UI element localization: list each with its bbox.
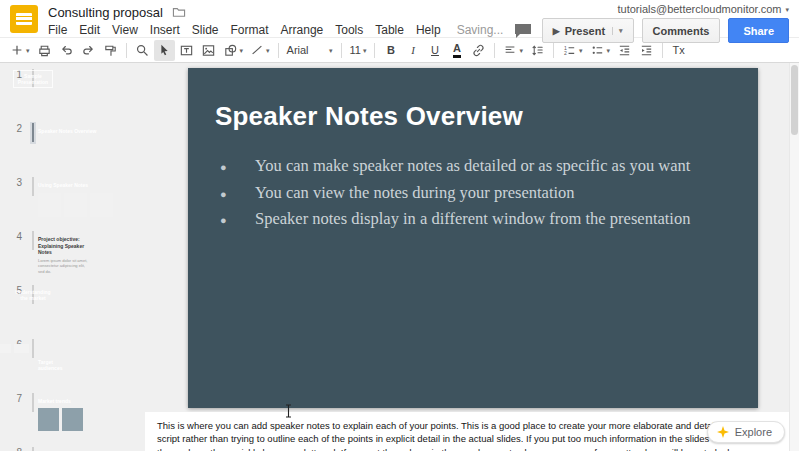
- slide-number: 7: [0, 392, 30, 404]
- speaker-notes-panel[interactable]: This is where you can add speaker notes …: [145, 412, 799, 451]
- slide-number: 8: [0, 446, 30, 451]
- paint-format-button[interactable]: [100, 40, 121, 61]
- slide-number: 2: [0, 122, 30, 134]
- slide-thumbnail-5[interactable]: 5 Understanding the market: [0, 284, 145, 330]
- chevron-down-icon: ▾: [607, 47, 611, 54]
- chevron-down-icon: ▾: [266, 47, 270, 54]
- present-label: Present: [565, 25, 605, 37]
- slide-thumbnail-1[interactable]: 1 Sample Presentation: [0, 68, 145, 114]
- menu-insert[interactable]: Insert: [144, 23, 186, 37]
- text-color-button[interactable]: A: [446, 40, 467, 61]
- slides-logo-inner: [16, 13, 32, 25]
- slide-thumbnail-6[interactable]: 6 Target audiences: [0, 338, 145, 384]
- saving-status: Saving...: [457, 23, 504, 37]
- thumbnail-canvas[interactable]: Target audiences: [32, 339, 34, 358]
- thumbnail-canvas[interactable]: Project objective: Explaining Speaker No…: [32, 231, 34, 250]
- toolbar-divider: [126, 43, 127, 58]
- slide-thumbnail-8[interactable]: 8: [0, 446, 145, 451]
- font-family-value: Arial: [287, 44, 309, 56]
- play-icon: ▶: [553, 26, 560, 36]
- text-box-button[interactable]: [176, 40, 197, 61]
- thumbnail-canvas[interactable]: [32, 447, 34, 451]
- account-email: tutorials@bettercloudmonitor.com: [617, 3, 781, 15]
- chevron-down-icon: ▾: [519, 47, 523, 54]
- slide-bullet[interactable]: You can view the notes during your prese…: [218, 180, 703, 207]
- explore-star-icon: [717, 426, 729, 438]
- account-menu[interactable]: tutorials@bettercloudmonitor.com ▾: [617, 3, 789, 15]
- slide-canvas[interactable]: Speaker Notes Overview You can make spea…: [188, 68, 758, 408]
- chevron-down-icon: ▾: [329, 47, 333, 54]
- thumbnail-canvas[interactable]: Market trends: [32, 393, 34, 412]
- svg-text:2: 2: [564, 50, 567, 56]
- thumbnail-canvas[interactable]: Understanding the market: [32, 285, 34, 304]
- comments-button[interactable]: Comments: [642, 18, 721, 43]
- select-cursor-button[interactable]: [154, 40, 175, 61]
- menu-format[interactable]: Format: [225, 23, 275, 37]
- scrollbar-thumb[interactable]: [791, 65, 798, 135]
- line-button[interactable]: ▾: [247, 40, 273, 61]
- menu-file[interactable]: File: [42, 23, 73, 37]
- insert-image-button[interactable]: [198, 40, 219, 61]
- slide-thumbnail-3[interactable]: 3 Using Speaker Notes: [0, 176, 145, 222]
- slide-thumbnail-7[interactable]: 7 Market trends: [0, 392, 145, 438]
- bold-button[interactable]: B: [380, 40, 401, 61]
- menu-edit[interactable]: Edit: [73, 23, 106, 37]
- underline-button[interactable]: U: [424, 40, 445, 61]
- share-button[interactable]: Share: [728, 18, 789, 43]
- comment-bubble-icon[interactable]: [512, 21, 534, 41]
- font-size-value: 11: [350, 44, 361, 56]
- slide-bullet[interactable]: You can make speaker notes as detailed o…: [218, 153, 703, 180]
- slide-number: 4: [0, 230, 30, 242]
- zoom-button[interactable]: [132, 40, 153, 61]
- toolbar-divider: [278, 43, 279, 58]
- toolbar-divider: [662, 43, 663, 58]
- new-slide-button[interactable]: ▾: [7, 40, 33, 61]
- menu-arrange[interactable]: Arrange: [275, 23, 330, 37]
- chevron-down-icon: ▾: [363, 47, 367, 54]
- shape-button[interactable]: ▾: [220, 40, 247, 61]
- document-title[interactable]: Consulting proposal: [48, 5, 163, 20]
- menu-slide[interactable]: Slide: [186, 23, 225, 37]
- thumbnail-title: Understanding the market: [32, 289, 34, 301]
- chevron-down-icon: ▾: [240, 47, 244, 54]
- toolbar-divider: [374, 43, 375, 58]
- chevron-down-icon: ▾: [785, 6, 789, 13]
- undo-button[interactable]: [56, 40, 77, 61]
- slide-bullet-list[interactable]: You can make speaker notes as detailed o…: [218, 153, 703, 233]
- thumbnail-canvas[interactable]: Speaker Notes Overview: [32, 123, 34, 142]
- chevron-down-icon: ▾: [579, 47, 583, 54]
- toolbar-divider: [494, 43, 495, 58]
- slide-number: 3: [0, 176, 30, 188]
- speaker-notes-text[interactable]: This is where you can add speaker notes …: [157, 419, 735, 451]
- explore-label: Explore: [735, 426, 772, 438]
- font-family-select[interactable]: Arial ▾: [284, 40, 336, 61]
- slide-thumbnail-4[interactable]: 4 Project objective: Explaining Speaker …: [0, 230, 145, 276]
- menu-help[interactable]: Help: [410, 23, 447, 37]
- slides-logo-icon[interactable]: [10, 5, 38, 33]
- text-cursor-icon: [284, 404, 293, 422]
- thumbnail-canvas[interactable]: Sample Presentation: [32, 69, 34, 88]
- top-bar: Consulting proposal File Edit View Inser…: [0, 0, 799, 37]
- text-color-label: A: [453, 42, 461, 57]
- thumbnail-canvas[interactable]: Using Speaker Notes: [32, 177, 34, 196]
- menu-table[interactable]: Table: [369, 23, 410, 37]
- slide-filmstrip: 1 Sample Presentation 2 Speaker Notes Ov…: [0, 63, 145, 451]
- vertical-scrollbar[interactable]: [789, 63, 799, 451]
- toolbar-divider: [341, 43, 342, 58]
- print-button[interactable]: [34, 40, 55, 61]
- italic-button[interactable]: I: [402, 40, 423, 61]
- slide-thumbnail-2[interactable]: 2 Speaker Notes Overview: [0, 122, 145, 168]
- folder-icon[interactable]: [172, 6, 186, 18]
- main-area: 1 Sample Presentation 2 Speaker Notes Ov…: [0, 63, 799, 451]
- redo-button[interactable]: [78, 40, 99, 61]
- slide-bullet[interactable]: Speaker notes display in a different win…: [218, 206, 703, 233]
- present-dropdown-caret[interactable]: ▾: [612, 27, 623, 35]
- font-size-select[interactable]: 11 ▾: [347, 40, 370, 61]
- chevron-down-icon: ▾: [26, 47, 30, 54]
- present-button[interactable]: ▶ Present ▾: [542, 18, 634, 43]
- menu-tools[interactable]: Tools: [329, 23, 369, 37]
- menu-view[interactable]: View: [106, 23, 144, 37]
- explore-button[interactable]: Explore: [707, 421, 785, 443]
- slide-title[interactable]: Speaker Notes Overview: [215, 101, 758, 132]
- insert-link-button[interactable]: [468, 40, 489, 61]
